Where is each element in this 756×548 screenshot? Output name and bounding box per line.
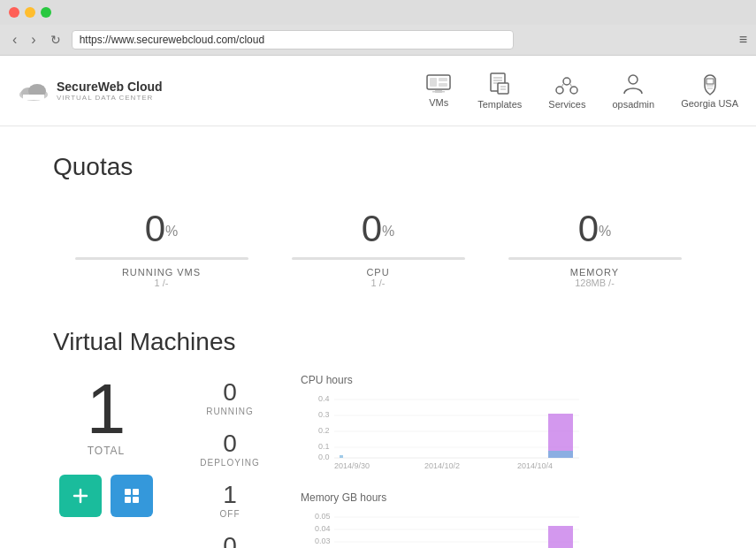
- svg-text:0.03: 0.03: [315, 537, 331, 545]
- vm-stat-running: 0 RUNNING: [186, 378, 274, 416]
- memory-gb-hours-chart: Memory GB hours 0.05 0.04 0.03 0.02 0.01…: [301, 491, 703, 548]
- svg-rect-60: [548, 526, 573, 548]
- svg-rect-44: [340, 455, 343, 458]
- logo-area: SecureWeb Cloud VIRTUAL DATA CENTER: [18, 80, 163, 102]
- back-button[interactable]: ‹: [9, 30, 20, 49]
- svg-rect-30: [125, 497, 131, 503]
- quota-memory-label: MEMORY: [570, 267, 619, 278]
- vm-total-label: TOTAL: [88, 445, 126, 457]
- quotas-grid: 0% RUNNING VMS 1 /- 0% CPU 1 /-: [53, 199, 703, 301]
- logo-tagline: VIRTUAL DATA CENTER: [57, 94, 163, 102]
- quotas-section: Quotas 0% RUNNING VMS 1 /- 0%: [53, 153, 703, 301]
- quota-cpu-label: CPU: [366, 267, 389, 278]
- grid-view-button[interactable]: [111, 475, 153, 517]
- cpu-hours-svg: 0.4 0.3 0.2 0.1 0.0: [301, 391, 584, 470]
- vm-running-label: RUNNING: [206, 407, 254, 416]
- add-vm-button[interactable]: [59, 475, 102, 517]
- svg-point-22: [629, 75, 638, 84]
- browser-titlebar: [0, 0, 756, 25]
- quota-running-vms-label: RUNNING VMS: [122, 267, 201, 278]
- nav-item-services[interactable]: Services: [548, 72, 585, 110]
- svg-rect-3: [23, 95, 44, 100]
- plus-icon: [72, 487, 89, 505]
- close-dot[interactable]: [9, 7, 19, 18]
- vm-deploying-label: DEPLOYING: [200, 458, 259, 468]
- svg-text:0.4: 0.4: [318, 394, 330, 403]
- vm-total-area: 1 TOTAL: [53, 374, 159, 517]
- quota-running-vms: 0% RUNNING VMS 1 /-: [53, 199, 270, 301]
- quota-cpu: 0% CPU 1 /-: [270, 199, 486, 301]
- nav-item-templates[interactable]: Templates: [477, 72, 522, 110]
- logo-name: SecureWeb Cloud: [57, 80, 163, 94]
- quota-running-vms-value: 0%: [145, 208, 179, 250]
- vm-off-label: OFF: [220, 509, 241, 519]
- svg-text:0.1: 0.1: [318, 442, 330, 451]
- vm-stat-deploying: 0 DEPLOYING: [186, 430, 274, 468]
- quota-memory-value: 0%: [578, 208, 612, 250]
- vm-stat-error: 0 ERROR: [186, 532, 274, 548]
- cpu-hours-chart: CPU hours 0.4 0.3 0.2 0.1 0.0: [301, 374, 703, 474]
- svg-text:2014/10/2: 2014/10/2: [424, 461, 460, 470]
- quota-running-vms-bar: [75, 257, 248, 260]
- quota-cpu-value: 0%: [362, 208, 395, 250]
- svg-point-17: [563, 78, 570, 85]
- url-text: https://www.securewebcloud.com/cloud: [80, 34, 264, 46]
- svg-rect-23: [706, 79, 714, 84]
- browser-menu-button[interactable]: ≡: [739, 32, 747, 48]
- vm-stats: 0 RUNNING 0 DEPLOYING 1 OFF 0 ERROR: [186, 378, 274, 548]
- svg-point-19: [570, 87, 577, 94]
- user-icon: [622, 72, 644, 95]
- svg-rect-43: [548, 451, 573, 458]
- maximize-dot[interactable]: [41, 7, 51, 18]
- logo-icon: [18, 80, 50, 102]
- nav-item-user[interactable]: opsadmin: [612, 72, 654, 110]
- vm-stat-off: 1 OFF: [186, 481, 274, 519]
- nav-templates-label: Templates: [477, 99, 522, 110]
- main-content: Quotas 0% RUNNING VMS 1 /- 0%: [0, 126, 756, 548]
- svg-text:0.04: 0.04: [315, 524, 331, 533]
- vm-grid: 1 TOTAL: [53, 374, 703, 548]
- nav-vms-label: VMs: [429, 97, 448, 108]
- grid-icon: [123, 487, 141, 505]
- vm-total-number: 1: [87, 374, 126, 445]
- memory-gb-hours-svg: 0.05 0.04 0.03 0.02 0.01 0.00: [301, 508, 584, 548]
- quota-cpu-bar: [292, 257, 465, 260]
- svg-rect-7: [439, 83, 447, 87]
- vm-deploying-value: 0: [223, 430, 237, 458]
- quotas-title: Quotas: [53, 153, 703, 181]
- quota-memory-bar: [508, 257, 682, 260]
- nav-services-label: Services: [548, 99, 585, 110]
- services-icon: [554, 72, 579, 95]
- reload-button[interactable]: ↻: [47, 31, 65, 49]
- forward-button[interactable]: ›: [27, 30, 39, 49]
- svg-rect-29: [133, 489, 139, 495]
- region-icon: [698, 73, 722, 96]
- vm-action-buttons: [59, 475, 153, 517]
- nav-user-label: opsadmin: [612, 99, 654, 110]
- svg-text:2014/10/4: 2014/10/4: [517, 461, 553, 470]
- svg-text:0.0: 0.0: [318, 453, 330, 461]
- quota-memory-sub: 128MB /-: [575, 278, 615, 288]
- svg-rect-5: [430, 78, 437, 87]
- nav-items: VMs Templates: [426, 72, 738, 110]
- vm-section-title: Virtual Machines: [53, 328, 703, 356]
- vms-icon: [426, 74, 451, 94]
- app-container: SecureWeb Cloud VIRTUAL DATA CENTER VMs: [0, 56, 756, 548]
- svg-text:0.05: 0.05: [315, 512, 331, 521]
- vm-off-value: 1: [223, 481, 237, 509]
- quota-memory: 0% MEMORY 128MB /-: [486, 199, 703, 301]
- url-bar[interactable]: https://www.securewebcloud.com/cloud: [72, 30, 514, 49]
- quota-cpu-sub: 1 /-: [371, 278, 386, 288]
- svg-text:0.3: 0.3: [318, 410, 330, 419]
- svg-rect-28: [125, 489, 131, 495]
- charts-area: CPU hours 0.4 0.3 0.2 0.1 0.0: [301, 374, 703, 548]
- nav-item-region[interactable]: Georgia USA: [681, 73, 738, 109]
- memory-gb-hours-title: Memory GB hours: [301, 491, 703, 504]
- svg-point-18: [556, 87, 563, 94]
- svg-rect-9: [432, 91, 445, 93]
- vm-running-value: 0: [223, 378, 237, 407]
- minimize-dot[interactable]: [25, 7, 35, 18]
- nav-item-vms[interactable]: VMs: [426, 74, 451, 108]
- svg-rect-6: [439, 78, 447, 81]
- nav-region-label: Georgia USA: [681, 98, 738, 109]
